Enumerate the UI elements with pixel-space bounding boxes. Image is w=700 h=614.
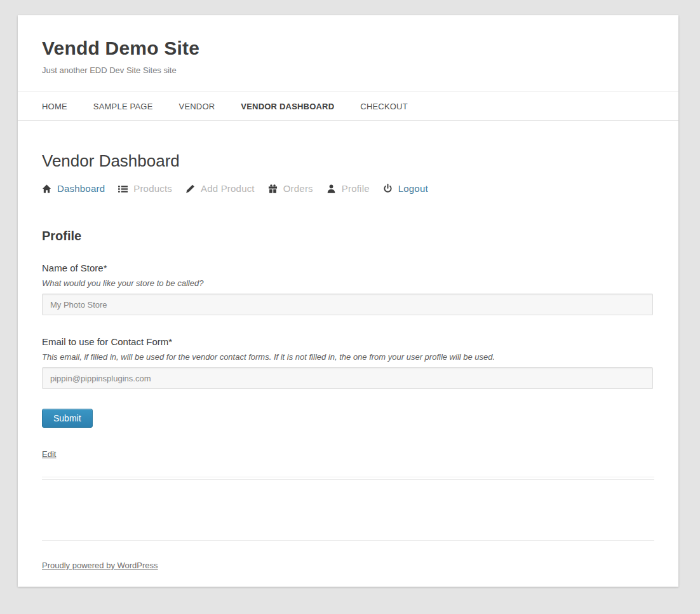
site-card: Vendd Demo Site Just another EDD Dev Sit… <box>18 15 678 587</box>
site-tagline: Just another EDD Dev Site Sites site <box>42 65 653 76</box>
dash-nav-label: Add Product <box>201 183 255 194</box>
profile-section-title: Profile <box>42 228 654 243</box>
site-header: Vendd Demo Site Just another EDD Dev Sit… <box>18 15 678 76</box>
gift-icon <box>268 184 278 194</box>
list-icon <box>118 184 128 194</box>
dash-nav-label: Logout <box>398 183 428 194</box>
dash-nav-label: Orders <box>283 183 313 194</box>
wordpress-credit-link[interactable]: Proudly powered by WordPress <box>42 561 158 570</box>
dash-nav-profile[interactable]: Profile <box>326 183 370 194</box>
dash-nav-orders[interactable]: Orders <box>268 183 313 194</box>
dash-nav-logout[interactable]: Logout <box>383 183 428 194</box>
pencil-icon <box>185 184 195 194</box>
contact-email-input[interactable] <box>42 367 653 389</box>
nav-item-vendor-dashboard[interactable]: VENDOR DASHBOARD <box>241 102 334 111</box>
dash-nav-dashboard[interactable]: Dashboard <box>42 183 105 194</box>
dash-nav-label: Dashboard <box>57 183 105 194</box>
page-title: Vendor Dashboard <box>42 151 654 170</box>
store-name-input[interactable] <box>42 294 653 315</box>
dash-nav-label: Products <box>133 183 172 194</box>
dash-nav-add-product[interactable]: Add Product <box>185 183 255 194</box>
contact-email-label: Email to use for Contact Form* <box>42 336 653 348</box>
store-name-label: Name of Store* <box>42 263 653 274</box>
dash-nav-products[interactable]: Products <box>118 183 172 194</box>
submit-button[interactable]: Submit <box>42 409 93 428</box>
dash-nav-label: Profile <box>342 183 370 194</box>
store-name-field-group: Name of Store* What would you like your … <box>42 263 653 315</box>
home-icon <box>42 184 51 194</box>
store-name-description: What would you like your store to be cal… <box>42 278 653 289</box>
main-nav: HOME SAMPLE PAGE VENDOR VENDOR DASHBOARD… <box>18 92 678 121</box>
vendor-dashboard-nav: Dashboard Products Add Product Orders Pr… <box>42 183 654 194</box>
contact-email-field-group: Email to use for Contact Form* This emai… <box>42 336 653 389</box>
edit-link[interactable]: Edit <box>42 449 56 459</box>
user-icon <box>326 184 336 194</box>
nav-item-sample-page[interactable]: SAMPLE PAGE <box>93 102 153 111</box>
power-icon <box>383 184 393 194</box>
footer-widget-area <box>42 480 654 541</box>
site-footer: Proudly powered by WordPress <box>42 541 654 587</box>
contact-email-description: This email, if filled in, will be used f… <box>42 352 653 362</box>
profile-form: Name of Store* What would you like your … <box>42 263 653 428</box>
nav-item-vendor[interactable]: VENDOR <box>179 102 215 111</box>
nav-item-checkout[interactable]: CHECKOUT <box>360 102 408 111</box>
site-title[interactable]: Vendd Demo Site <box>42 37 653 60</box>
nav-item-home[interactable]: HOME <box>42 102 67 111</box>
